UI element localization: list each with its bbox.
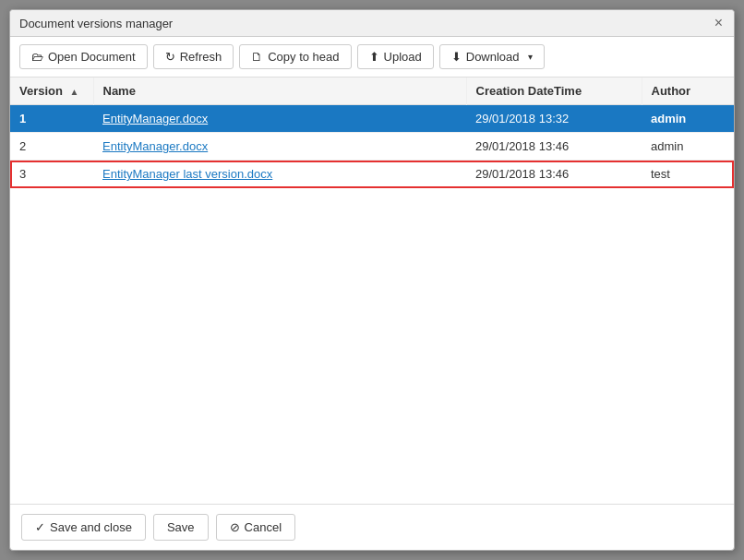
cancel-icon: ⊘ xyxy=(230,520,240,534)
download-button[interactable]: ⬇ Download ▾ xyxy=(439,44,545,69)
table-body: 1EntityManager.docx29/01/2018 13:32admin… xyxy=(10,105,734,188)
cell-author: test xyxy=(642,161,734,188)
download-label: Download xyxy=(466,50,520,64)
dialog-header: Document versions manager × xyxy=(10,10,734,37)
dialog: Document versions manager × 🗁 Open Docum… xyxy=(9,9,735,551)
save-label: Save xyxy=(167,520,195,534)
footer: ✓ Save and close Save ⊘ Cancel xyxy=(10,504,734,550)
cell-version: 1 xyxy=(10,105,93,133)
cell-datetime: 29/01/2018 13:32 xyxy=(466,105,642,133)
refresh-button[interactable]: ↻ Refresh xyxy=(153,44,234,69)
check-icon: ✓ xyxy=(35,520,45,534)
open-document-button[interactable]: 🗁 Open Document xyxy=(19,44,148,69)
col-version-label: Version xyxy=(19,84,63,98)
upload-button[interactable]: ⬆ Upload xyxy=(357,44,434,69)
refresh-label: Refresh xyxy=(180,50,222,64)
upload-icon: ⬆ xyxy=(369,50,379,64)
open-document-label: Open Document xyxy=(48,50,136,64)
save-and-close-label: Save and close xyxy=(50,520,132,534)
refresh-icon: ↻ xyxy=(165,50,175,64)
cell-author: admin xyxy=(642,133,734,161)
col-version[interactable]: Version ▲ xyxy=(10,77,93,105)
table-container: Version ▲ Name Creation DateTime Author … xyxy=(10,77,734,504)
cell-author: admin xyxy=(642,105,734,133)
cell-datetime: 29/01/2018 13:46 xyxy=(466,133,642,161)
copy-to-head-button[interactable]: 🗋 Copy to head xyxy=(239,44,351,69)
dialog-title: Document versions manager xyxy=(19,17,173,30)
cell-name[interactable]: EntityManager.docx xyxy=(93,133,466,161)
upload-label: Upload xyxy=(384,50,422,64)
download-icon: ⬇ xyxy=(451,50,462,64)
col-datetime-label: Creation DateTime xyxy=(476,84,582,98)
table-header: Version ▲ Name Creation DateTime Author xyxy=(10,77,734,105)
table-row[interactable]: 2EntityManager.docx29/01/2018 13:46admin xyxy=(10,133,734,161)
sort-asc-icon: ▲ xyxy=(70,87,79,97)
toolbar: 🗁 Open Document ↻ Refresh 🗋 Copy to head… xyxy=(10,37,734,77)
copy-to-head-label: Copy to head xyxy=(268,50,339,64)
close-button[interactable]: × xyxy=(713,16,725,30)
cell-name[interactable]: EntityManager last version.docx xyxy=(93,161,466,188)
cancel-label: Cancel xyxy=(245,520,282,534)
table-row[interactable]: 1EntityManager.docx29/01/2018 13:32admin xyxy=(10,105,734,133)
cell-name[interactable]: EntityManager.docx xyxy=(93,105,466,133)
cell-version: 2 xyxy=(10,133,93,161)
col-name[interactable]: Name xyxy=(93,77,466,105)
open-document-icon: 🗁 xyxy=(31,50,43,64)
col-datetime[interactable]: Creation DateTime xyxy=(466,77,642,105)
copy-icon: 🗋 xyxy=(251,50,263,64)
cell-version: 3 xyxy=(10,161,93,188)
col-author[interactable]: Author xyxy=(642,77,734,105)
versions-table: Version ▲ Name Creation DateTime Author … xyxy=(10,77,734,188)
col-name-label: Name xyxy=(103,84,136,98)
chevron-down-icon: ▾ xyxy=(528,52,533,62)
cancel-button[interactable]: ⊘ Cancel xyxy=(216,514,295,541)
cell-datetime: 29/01/2018 13:46 xyxy=(466,161,642,188)
save-and-close-button[interactable]: ✓ Save and close xyxy=(21,514,146,541)
save-button[interactable]: Save xyxy=(153,514,209,541)
table-row[interactable]: 3EntityManager last version.docx29/01/20… xyxy=(10,161,734,188)
col-author-label: Author xyxy=(652,84,691,98)
